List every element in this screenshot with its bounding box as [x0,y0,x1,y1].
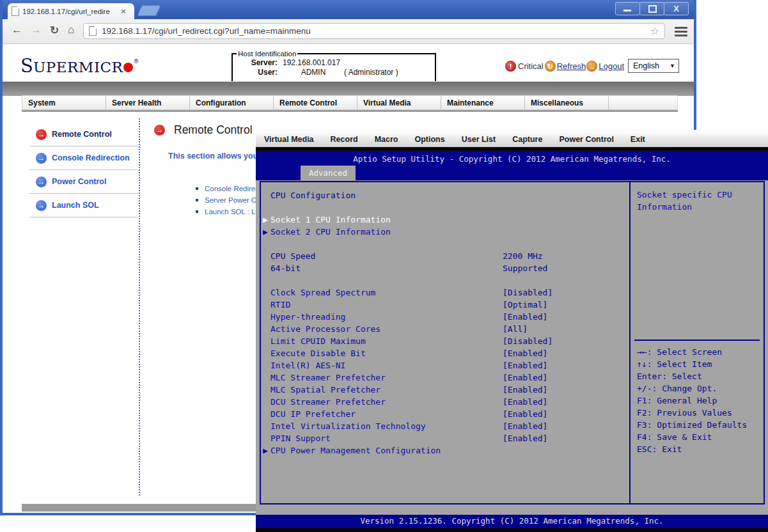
tab-title: 192.168.1.17/cgi/url_redire [22,8,120,15]
arrow-circle-icon: → [36,153,47,164]
bios-row-value: [Enabled] [503,396,547,408]
browser-tab[interactable]: 192.168.1.17/cgi/url_redire × [8,3,134,19]
bios-row-label: Hyper-threading [270,311,345,323]
bios-key-hint: F3: Optimized Defaults [637,419,747,431]
sidebar-item-console-redirection[interactable]: →Console Redirection [36,152,138,164]
sidebar-item-remote-control[interactable]: →Remote Control [36,128,138,141]
console-menu-macro[interactable]: Macro [375,135,398,144]
page-title-row: → Remote Control [154,123,253,137]
home-icon[interactable]: ⌂ [68,24,74,36]
url-text[interactable]: 192.168.1.17/cgi/url_redirect.cgi?url_na… [102,26,650,36]
bios-row-label: Socket 1 CPU Information [270,214,391,226]
close-button[interactable]: X [664,2,689,15]
bios-submenu-row[interactable]: ▶Socket 2 CPU Information [261,226,628,238]
critical-label: Critical [518,61,544,71]
section-arrow-icon: → [154,125,165,136]
bios-row-value: [Enabled] [503,311,547,323]
bios-option-row[interactable]: DCU IP Prefetcher[Enabled] [261,408,628,420]
bios-row-value: 2200 MHz [503,250,543,262]
bios-help-text: Socket specific CPU Information [637,189,758,213]
console-menu-power-control[interactable]: Power Control [559,135,613,144]
address-bar[interactable]: 192.168.1.17/cgi/url_redirect.cgi?url_na… [83,23,665,39]
new-tab-button[interactable] [137,5,161,16]
bios-option-row[interactable]: Limit CPUID Maximum[Disabled] [261,335,628,347]
user-value: ADMIN [283,68,344,77]
refresh-link[interactable]: Refresh [557,61,586,71]
nav-item-miscellaneous[interactable]: Miscellaneous [525,96,609,109]
nav-item-server-health[interactable]: Server Health [106,96,190,109]
nav-item-remote-control[interactable]: Remote Control [274,96,357,109]
bios-row-value: [Enabled] [503,408,547,420]
console-menu-exit[interactable]: Exit [631,135,645,144]
back-icon[interactable]: ← [12,24,22,36]
bios-submenu-row[interactable]: ▶CPU Power Management Configuration [261,444,628,457]
sidebar-separator [139,118,140,496]
host-identification-box: Host Identification Server: 192.168.001.… [231,50,436,84]
minimize-button[interactable] [615,2,640,15]
nav-item-virtual-media[interactable]: Virtual Media [357,96,441,109]
forward-icon[interactable]: → [31,24,42,36]
bios-submenu-row[interactable]: ▶Socket 1 CPU Information [261,214,628,226]
browser-menu-icon[interactable] [675,27,687,38]
console-menu-capture[interactable]: Capture [512,135,542,144]
logout-link[interactable]: Logout [599,61,624,71]
bios-option-row[interactable]: MLC Streamer Prefetcher[Enabled] [261,372,628,384]
bios-option-row[interactable]: Execute Disable Bit[Enabled] [261,347,628,359]
bios-row-value: [Disabled] [503,335,552,347]
user-label: User: [237,68,283,77]
bios-option-row[interactable]: Intel(R) AES-NI[Enabled] [261,359,628,372]
sidebar: →Remote Control→Console Redirection→Powe… [29,123,138,217]
bios-key-hint: →←: Select Screen [637,346,747,358]
bios-row-value: [Enabled] [503,420,547,432]
bookmark-star-icon[interactable]: ☆ [650,25,659,37]
refresh-icon[interactable]: ↻ [50,24,59,37]
bios-row-label: Clock Spread Spectrum [270,286,375,299]
console-menu-user-list[interactable]: User List [462,135,496,144]
sidebar-item-power-control[interactable]: →Power Control [36,175,138,188]
bullet-icon [196,187,198,190]
sidebar-item-label: Launch SOL [52,201,99,210]
bios-option-row[interactable]: Hyper-threading[Enabled] [261,311,628,323]
bios-title: Aptio Setup Utility - Copyright (C) 2012… [256,154,768,164]
bios-main-panel: CPU Configuration▶Socket 1 CPU Informati… [260,181,765,505]
server-value: 192.168.001.017 [283,58,431,68]
maximize-button[interactable] [639,2,664,15]
bios-option-row[interactable]: RTID[Optimal] [261,299,628,311]
bios-row-label: Limit CPUID Maximum [270,335,366,347]
bios-option-row[interactable]: Intel Virtualization Technology[Enabled] [261,420,628,432]
nav-item-system[interactable]: System [22,96,106,109]
bios-option-row[interactable]: Clock Spread Spectrum[Disabled] [261,286,628,299]
page-title: Remote Control [174,123,253,137]
sidebar-divider [29,146,138,146]
bios-option-row[interactable]: PPIN Support[Enabled] [261,432,628,444]
arrow-circle-icon: → [36,129,47,140]
critical-status-icon: ! [505,61,516,72]
page-icon [12,6,19,16]
bios-option-row[interactable]: MLC Spatial Prefetcher[Enabled] [261,384,628,396]
language-select[interactable]: English ▼ [628,59,679,73]
bios-option-row[interactable]: Active Processor Cores[All] [261,323,628,335]
tab-close-icon[interactable]: × [121,6,126,16]
user-role: ( Administrator ) [344,68,431,77]
bios-row-label: 64-bit [270,262,301,274]
console-menu-options[interactable]: Options [414,135,444,144]
tab-advanced[interactable]: Advanced [301,166,356,180]
bios-row-label: CPU Power Management Configuration [270,444,441,457]
header-divider-bar [3,81,694,96]
bios-row-label: DCU Streamer Prefetcher [270,396,386,408]
bios-version-bar: Version 2.15.1236. Copyright (C) 2012 Am… [256,515,768,528]
bios-row-label: Active Processor Cores [270,323,380,335]
section-intro: This section allows you t [168,152,263,160]
sidebar-item-launch-sol[interactable]: →Launch SOL [36,199,138,212]
nav-underline [22,110,678,112]
console-menu-record[interactable]: Record [331,135,358,144]
bios-option-row[interactable]: DCU Streamer Prefetcher[Enabled] [261,396,628,408]
bullet-icon [196,199,198,201]
bios-key-hint: Enter: Select [637,370,747,382]
console-menu-virtual-media[interactable]: Virtual Media [264,135,314,144]
sidebar-item-label: Power Control [52,177,106,186]
nav-item-maintenance[interactable]: Maintenance [441,96,525,109]
bios-row-label: CPU Configuration [270,189,356,201]
bios-row-value: [Enabled] [503,384,547,396]
nav-item-configuration[interactable]: Configuration [190,96,274,109]
